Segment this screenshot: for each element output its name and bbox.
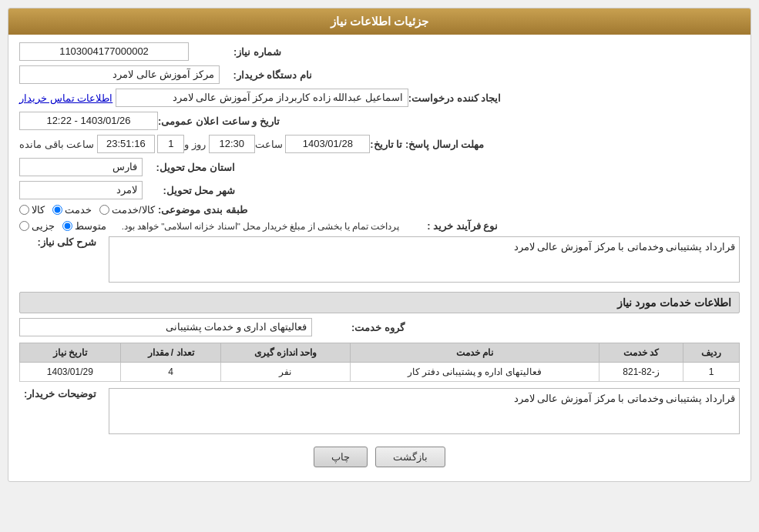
creator-value: اسماعیل عبدالله زاده کاربرداز مرکز آموزش…: [116, 89, 408, 107]
table-cell-date: 1403/01/29: [20, 363, 121, 382]
table-header-row: ردیف: [683, 343, 740, 363]
radio-mutavasset[interactable]: [62, 221, 72, 231]
table-header-name: نام خدمت: [350, 343, 599, 363]
print-button[interactable]: چاپ: [314, 447, 368, 467]
category-radio-group: کالا/خدمت خدمت کالا: [19, 204, 155, 216]
service-group-value: فعالیتهای اداری و خدمات پشتیبانی: [19, 318, 312, 336]
purchase-type-option-mutavasset[interactable]: متوسط: [62, 220, 106, 232]
radio-jozi[interactable]: [19, 221, 29, 231]
buyer-desc-label: توضیحات خریدار:: [19, 388, 96, 400]
service-group-label: گروه خدمت:: [312, 322, 405, 333]
page-title: جزئیات اطلاعات نیاز: [8, 8, 751, 35]
action-buttons: بازگشت چاپ: [19, 447, 740, 473]
response-date: 1403/01/28: [285, 135, 370, 153]
table-cell-row: 1: [683, 363, 740, 382]
city-label: شهر محل تحویل:: [143, 185, 235, 196]
category-option-khedmat[interactable]: خدمت: [52, 204, 92, 216]
table-header-date: تاریخ نیاز: [20, 343, 121, 363]
creator-label: ایجاد کننده درخواست:: [408, 92, 502, 104]
purchase-type-label: نوع فرآیند خرید :: [405, 220, 498, 232]
table-header-unit: واحد اندازه گیری: [221, 343, 350, 363]
response-remaining-label: ساعت باقی مانده: [19, 139, 94, 150]
table-cell-code: ز-82-821: [599, 363, 683, 382]
announce-date-value: 1403/01/26 - 12:22: [19, 112, 158, 130]
province-label: استان محل تحویل:: [143, 162, 235, 173]
purchase-type-option-jozi[interactable]: جزیی: [19, 220, 55, 232]
radio-khedmat-label: خدمت: [65, 204, 92, 216]
creator-contact-link[interactable]: اطلاعات تماس خریدار: [19, 92, 113, 104]
buyer-org-label: نام دستگاه خریدار:: [220, 69, 312, 81]
radio-kala-khedmat[interactable]: [99, 205, 109, 215]
response-time: 12:30: [209, 135, 255, 153]
table-cell-name: فعالیتهای اداره و پشتیبانی دفتر کار: [350, 363, 599, 382]
general-desc-label: شرح کلی نیاز:: [19, 236, 96, 248]
purchase-type-radio-group: متوسط جزیی: [19, 220, 106, 232]
radio-kala-label: کالا: [32, 204, 45, 216]
general-desc-value: قرارداد پشتیبانی وخدماتی با مرکز آموزش ع…: [109, 236, 740, 283]
response-remaining: 23:51:16: [97, 135, 155, 153]
category-option-kala-khedmat[interactable]: کالا/خدمت: [99, 204, 155, 216]
buyer-org-value: مرکز آموزش عالی لامرد: [19, 65, 220, 84]
radio-mutavasset-label: متوسط: [75, 220, 106, 232]
category-option-kala[interactable]: کالا: [19, 204, 45, 216]
province-value: فارس: [19, 158, 143, 176]
announce-date-label: تاریخ و ساعت اعلان عمومی:: [158, 115, 280, 127]
radio-jozi-label: جزیی: [32, 220, 55, 232]
table-row: 1 ز-82-821 فعالیتهای اداره و پشتیبانی دف…: [20, 363, 740, 382]
radio-kala[interactable]: [19, 205, 29, 215]
services-table: ردیف کد خدمت نام خدمت واحد اندازه گیری ت…: [19, 343, 740, 382]
buyer-desc-value: قرارداد پشتیبانی وخدماتی با مرکز آموزش ع…: [109, 388, 740, 434]
services-info-header: اطلاعات خدمات مورد نیاز: [19, 292, 740, 313]
table-cell-count: 4: [120, 363, 221, 382]
need-number-label: شماره نیاز:: [189, 46, 281, 58]
response-deadline-label: مهلت ارسال پاسخ: تا تاریخ:: [370, 139, 484, 150]
response-days: 1: [157, 135, 184, 153]
table-cell-unit: نفر: [221, 363, 350, 382]
response-days-label: روز و: [184, 139, 206, 150]
radio-khedmat[interactable]: [52, 205, 62, 215]
purchase-type-note: پرداخت تمام یا بخشی از مبلغ خریدار محل "…: [122, 221, 400, 232]
response-time-label: ساعت: [255, 139, 283, 150]
table-header-count: تعداد / مقدار: [120, 343, 221, 363]
table-header-code: کد خدمت: [599, 343, 683, 363]
category-label: طبقه بندی موضوعی:: [155, 204, 247, 216]
city-value: لامرد: [19, 181, 143, 199]
need-number-value: 1103004177000002: [19, 42, 189, 61]
back-button[interactable]: بازگشت: [375, 447, 445, 467]
radio-kala-khedmat-label: کالا/خدمت: [112, 204, 155, 216]
